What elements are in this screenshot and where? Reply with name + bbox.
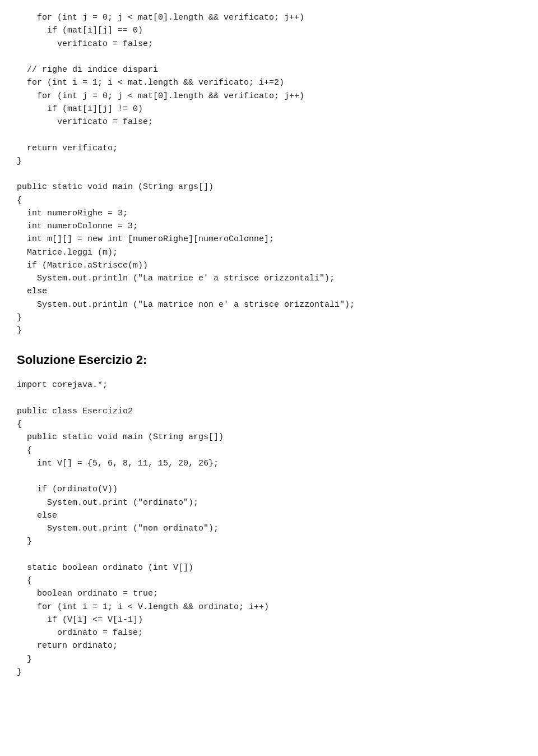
code-block-2: import corejava.*; public class Esercizi…	[17, 379, 521, 679]
code-block-1: for (int j = 0; j < mat[0].length && ver…	[17, 11, 521, 337]
section2-heading: Soluzione Esercizio 2:	[17, 351, 521, 370]
